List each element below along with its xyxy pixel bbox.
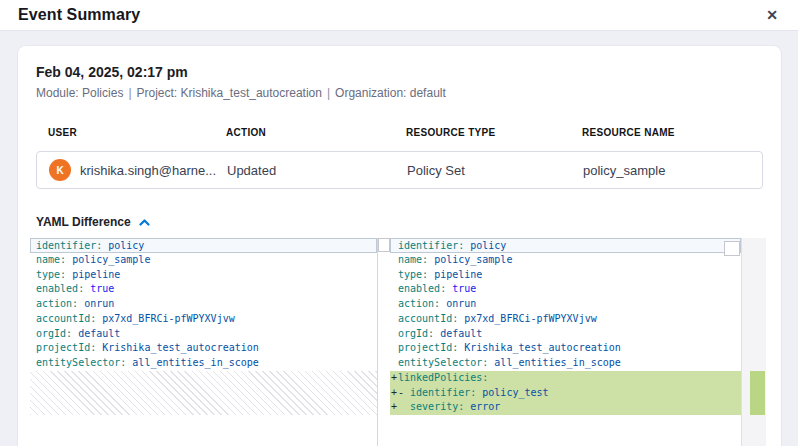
scrollbar-thumb[interactable]	[724, 241, 740, 256]
yaml-line: action: onrun	[390, 297, 741, 312]
dialog-title: Event Summary	[18, 6, 140, 24]
column-header-user: USER	[48, 127, 226, 138]
yaml-line: orgId: default	[390, 327, 741, 342]
column-header-resource-name: RESOURCE NAME	[582, 127, 763, 138]
diff-left-pane[interactable]: identifier: policyname: policy_sampletyp…	[30, 238, 390, 446]
action-value: Updated	[227, 163, 407, 178]
diff-added-marker	[750, 371, 765, 415]
resource-type-value: Policy Set	[407, 163, 583, 178]
resource-name-value: policy_sample	[583, 163, 762, 178]
deleted-lines-placeholder	[30, 371, 377, 415]
meta-separator: |	[327, 86, 330, 100]
yaml-line: enabled: true	[390, 282, 741, 297]
yaml-diff-editor: identifier: policyname: policy_sampletyp…	[30, 238, 766, 446]
yaml-line: + severity: error	[390, 400, 741, 415]
meta-module: Module: Policies	[36, 86, 123, 100]
diff-right-pane[interactable]: identifier: policyname: policy_sampletyp…	[390, 238, 741, 446]
event-timestamp: Feb 04, 2025, 02:17 pm	[36, 64, 763, 80]
yaml-line: accountId: px7xd_BFRCi-pfWPYXVjvw	[390, 312, 741, 327]
meta-project: Project: Krishika_test_autocreation	[137, 86, 322, 100]
user-avatar: K	[49, 159, 71, 181]
meta-separator: |	[128, 86, 131, 100]
diff-overview-ruler[interactable]	[741, 238, 766, 446]
yaml-line: identifier: policy	[30, 238, 377, 253]
close-icon[interactable]: ✕	[766, 8, 778, 22]
chevron-up-icon[interactable]	[138, 218, 151, 227]
event-summary-dialog: Event Summary ✕ Feb 04, 2025, 02:17 pm M…	[0, 0, 798, 446]
diff-added-prefix: +	[391, 386, 397, 401]
column-header-action: ACTION	[226, 127, 406, 138]
yaml-line: accountId: px7xd_BFRCi-pfWPYXVjvw	[30, 312, 377, 327]
column-header-resource-type: RESOURCE TYPE	[406, 127, 582, 138]
diff-added-prefix: +	[391, 400, 397, 415]
yaml-line: +- identifier: policy_test	[390, 386, 741, 401]
event-card: Feb 04, 2025, 02:17 pm Module: Policies|…	[18, 46, 781, 446]
yaml-line: action: onrun	[30, 297, 377, 312]
yaml-line: projectId: Krishika_test_autocreation	[390, 341, 741, 356]
user-email: krishika.singh@harne...	[80, 163, 226, 178]
yaml-line: identifier: policy	[390, 238, 741, 253]
meta-organization: Organization: default	[335, 86, 446, 100]
audit-table-header: USER ACTION RESOURCE TYPE RESOURCE NAME	[36, 127, 763, 138]
yaml-line: name: policy_sample	[390, 253, 741, 268]
scrollbar-thumb[interactable]	[378, 238, 390, 252]
yaml-line: +linkedPolicies:	[390, 371, 741, 386]
diff-added-prefix: +	[391, 371, 397, 386]
event-meta: Module: Policies|Project: Krishika_test_…	[36, 86, 763, 100]
yaml-line: entitySelector: all_entities_in_scope	[390, 356, 741, 371]
yaml-difference-label: YAML Difference	[36, 215, 131, 229]
yaml-line: type: pipeline	[390, 268, 741, 283]
yaml-line: orgId: default	[30, 327, 377, 342]
yaml-line: enabled: true	[30, 282, 377, 297]
dialog-header: Event Summary ✕	[0, 0, 798, 31]
yaml-line: entitySelector: all_entities_in_scope	[30, 356, 377, 371]
table-row: K krishika.singh@harne... Updated Policy…	[36, 151, 763, 189]
yaml-line: type: pipeline	[30, 268, 377, 283]
yaml-line: name: policy_sample	[30, 253, 377, 268]
yaml-line: projectId: Krishika_test_autocreation	[30, 341, 377, 356]
